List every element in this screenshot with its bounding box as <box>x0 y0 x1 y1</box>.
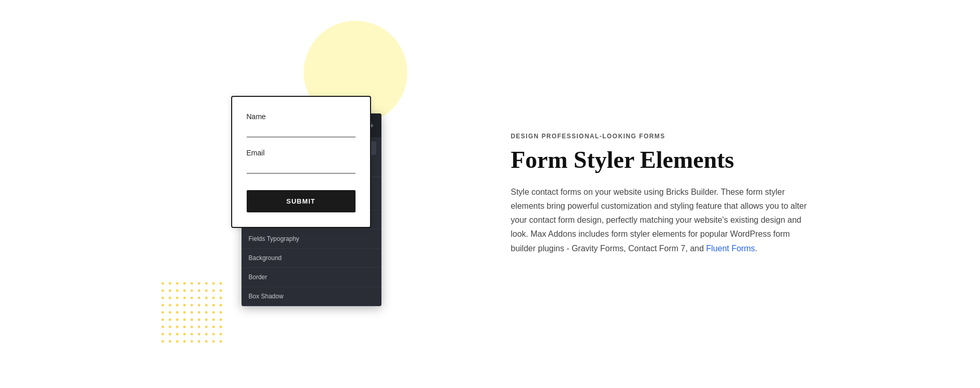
svg-point-66 <box>183 333 186 336</box>
svg-point-15 <box>205 290 207 292</box>
svg-point-24 <box>205 297 207 299</box>
svg-point-16 <box>212 290 215 292</box>
name-label: Name <box>247 112 356 121</box>
svg-point-80 <box>219 340 222 343</box>
svg-point-57 <box>183 326 186 328</box>
svg-point-71 <box>219 333 222 336</box>
section-body: Style contact forms on your website usin… <box>511 185 812 255</box>
svg-point-32 <box>197 304 200 307</box>
svg-point-65 <box>176 333 178 336</box>
svg-point-60 <box>205 326 207 328</box>
svg-point-23 <box>197 297 200 299</box>
svg-point-58 <box>190 326 193 328</box>
svg-point-62 <box>219 326 222 328</box>
body-text-main: Style contact forms on your website usin… <box>511 188 807 253</box>
svg-point-20 <box>176 297 178 299</box>
svg-point-64 <box>168 333 171 336</box>
svg-point-8 <box>219 282 222 285</box>
svg-point-26 <box>219 297 222 299</box>
svg-point-38 <box>176 311 178 314</box>
svg-point-17 <box>219 290 222 292</box>
svg-point-7 <box>212 282 215 285</box>
svg-point-48 <box>183 319 186 321</box>
svg-point-5 <box>197 282 200 285</box>
section-title: Form Styler Elements <box>511 147 812 174</box>
svg-point-70 <box>212 333 215 336</box>
svg-point-59 <box>197 326 200 328</box>
right-section: DESIGN PROFESSIONAL-LOOKING FORMS Form S… <box>480 102 853 286</box>
svg-point-0 <box>161 282 164 285</box>
svg-point-69 <box>205 333 207 336</box>
left-section: b ▶ ⓘ ▣ ● ⚙ + CONTENT STYLE INPUT FIELDS <box>127 0 480 388</box>
svg-point-68 <box>197 333 200 336</box>
svg-point-77 <box>197 340 200 343</box>
svg-point-3 <box>183 282 186 285</box>
page-wrapper: b ▶ ⓘ ▣ ● ⚙ + CONTENT STYLE INPUT FIELDS <box>0 0 980 388</box>
svg-point-63 <box>161 333 164 336</box>
email-field-group: Email <box>247 149 356 174</box>
form-preview-card: Name Email SUBMIT <box>231 96 371 228</box>
menu-item-box-shadow[interactable]: Box Shadow <box>242 287 381 306</box>
svg-point-49 <box>190 319 193 321</box>
svg-point-43 <box>212 311 215 314</box>
menu-item-border[interactable]: Border <box>242 268 381 287</box>
svg-point-11 <box>176 290 178 292</box>
name-field-group: Name <box>247 112 356 137</box>
svg-point-14 <box>197 290 200 292</box>
svg-point-54 <box>161 326 164 328</box>
menu-item-fields-typography[interactable]: Fields Typography <box>242 229 381 249</box>
svg-point-61 <box>212 326 215 328</box>
svg-point-21 <box>183 297 186 299</box>
svg-point-53 <box>219 319 222 321</box>
svg-point-9 <box>161 290 164 292</box>
svg-point-47 <box>176 319 178 321</box>
svg-point-37 <box>168 311 171 314</box>
svg-point-45 <box>161 319 164 321</box>
svg-point-33 <box>205 304 207 307</box>
section-subtitle: DESIGN PROFESSIONAL-LOOKING FORMS <box>511 133 812 140</box>
svg-point-34 <box>212 304 215 307</box>
submit-button[interactable]: SUBMIT <box>247 190 356 212</box>
svg-point-44 <box>219 311 222 314</box>
svg-point-41 <box>197 311 200 314</box>
svg-point-28 <box>168 304 171 307</box>
svg-point-51 <box>205 319 207 321</box>
svg-point-72 <box>161 340 164 343</box>
svg-point-31 <box>190 304 193 307</box>
svg-point-29 <box>176 304 178 307</box>
svg-point-76 <box>190 340 193 343</box>
svg-point-4 <box>190 282 193 285</box>
email-input[interactable] <box>247 161 356 174</box>
svg-point-75 <box>183 340 186 343</box>
svg-point-52 <box>212 319 215 321</box>
svg-point-79 <box>212 340 215 343</box>
svg-point-36 <box>161 311 164 314</box>
email-label: Email <box>247 149 356 157</box>
svg-point-6 <box>205 282 207 285</box>
svg-point-13 <box>190 290 193 292</box>
menu-item-background[interactable]: Background <box>242 249 381 268</box>
svg-point-10 <box>168 290 171 292</box>
svg-point-73 <box>168 340 171 343</box>
svg-point-39 <box>183 311 186 314</box>
svg-point-19 <box>168 297 171 299</box>
svg-point-12 <box>183 290 186 292</box>
svg-point-35 <box>219 304 222 307</box>
fluent-forms-link[interactable]: Fluent Forms <box>706 244 755 253</box>
svg-point-46 <box>168 319 171 321</box>
body-text-end: . <box>755 244 757 253</box>
svg-point-1 <box>168 282 171 285</box>
svg-point-18 <box>161 297 164 299</box>
name-input[interactable] <box>247 125 356 137</box>
svg-point-27 <box>161 304 164 307</box>
svg-point-56 <box>176 326 178 328</box>
svg-point-22 <box>190 297 193 299</box>
svg-point-25 <box>212 297 215 299</box>
svg-point-40 <box>190 311 193 314</box>
svg-point-50 <box>197 319 200 321</box>
svg-point-2 <box>176 282 178 285</box>
dot-grid-decoration <box>159 279 226 347</box>
svg-point-55 <box>168 326 171 328</box>
svg-point-78 <box>205 340 207 343</box>
svg-point-74 <box>176 340 178 343</box>
